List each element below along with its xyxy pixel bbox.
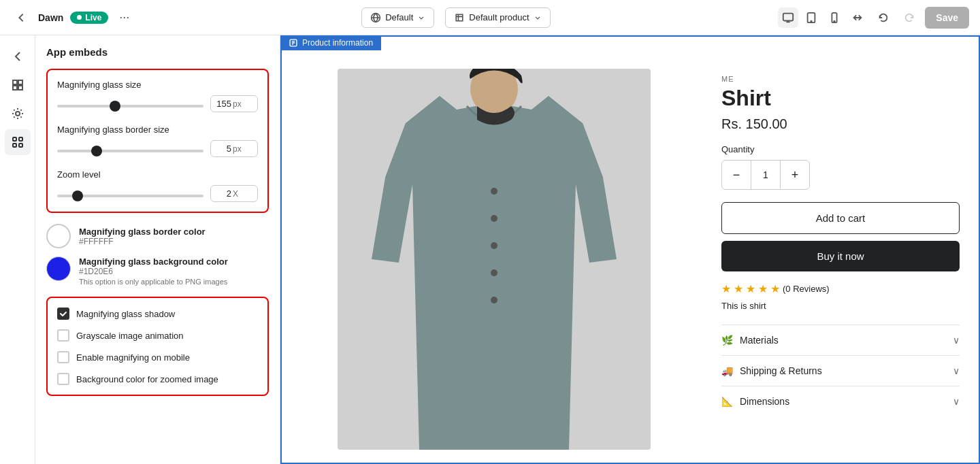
border-size-group: Magnifying glass border size 5 px <box>57 125 258 157</box>
main-layout: App embeds Magnifying glass size 155 px <box>0 35 980 464</box>
accordion-materials-title: 🌿 Materials <box>721 335 779 346</box>
svg-rect-13 <box>13 144 16 147</box>
reviews-count: (0 Reviews) <box>783 284 830 294</box>
color-section: → Magnifying glass border color #FFFFFF … <box>46 224 269 286</box>
svg-point-20 <box>491 269 497 276</box>
svg-rect-12 <box>19 137 22 141</box>
dimensions-chevron: ∨ <box>953 396 960 407</box>
zoomed-bg-checkbox[interactable] <box>57 373 69 385</box>
accordion-shipping[interactable]: 🚚 Shipping & Returns ∨ <box>721 355 960 386</box>
border-size-row: 5 px <box>57 140 258 157</box>
border-color-label: Magnifying glass border color <box>79 227 206 237</box>
undo-button[interactable] <box>873 7 894 28</box>
shadow-checkbox-row[interactable]: Magnifying glass shadow <box>57 308 258 320</box>
accordion-dimensions[interactable]: 📐 Dimensions ∨ <box>721 386 960 416</box>
border-size-value: 5 <box>216 144 231 154</box>
redo-button[interactable] <box>899 7 919 28</box>
store-name: Dawn <box>38 12 63 23</box>
svg-rect-6 <box>13 80 17 84</box>
star-2: ★ <box>734 282 743 295</box>
quantity-section: Quantity − 1 + <box>721 144 960 190</box>
border-color-hex: #FFFFFF <box>79 237 206 246</box>
product-brand: ME <box>721 75 960 83</box>
mobile-icon-btn[interactable] <box>824 7 845 28</box>
buy-now-button[interactable]: Buy it now <box>721 241 960 271</box>
shadow-checkbox[interactable] <box>57 308 69 320</box>
mobile-checkbox[interactable] <box>57 351 69 363</box>
mobile-label: Enable magnifying on mobile <box>76 352 190 363</box>
accordion-shipping-title: 🚚 Shipping & Returns <box>721 365 822 376</box>
tablet-icon-btn[interactable] <box>801 7 821 28</box>
more-button[interactable]: ··· <box>115 7 133 27</box>
magnifying-glass-size-value: 155 <box>216 99 231 109</box>
shipping-chevron: ∨ <box>953 365 960 376</box>
border-size-slider[interactable] <box>57 150 203 152</box>
settings-outlined-section: Magnifying glass size 155 px Magnifying … <box>46 69 269 213</box>
mobile-checkbox-row[interactable]: Enable magnifying on mobile <box>57 351 258 363</box>
settings-icon-btn[interactable] <box>5 101 31 127</box>
svg-rect-1 <box>783 13 793 20</box>
svg-point-5 <box>834 20 835 21</box>
quantity-increase-btn[interactable]: + <box>781 161 809 189</box>
preview-content: ME Shirt Rs. 150.00 Quantity − 1 + Add t… <box>280 35 980 464</box>
grayscale-checkbox-row[interactable]: Grayscale image animation <box>57 329 258 342</box>
product-price: Rs. 150.00 <box>721 116 960 132</box>
apps-icon-btn[interactable] <box>5 129 31 155</box>
border-color-swatch[interactable] <box>46 224 71 248</box>
zoom-level-row: 2 X <box>57 185 258 202</box>
default-theme-dropdown[interactable]: Default <box>361 7 434 28</box>
magnifying-glass-size-row: 155 px <box>57 95 258 112</box>
product-details: ME Shirt Rs. 150.00 Quantity − 1 + Add t… <box>708 54 980 464</box>
zoomed-bg-label: Background color for zoomed image <box>76 374 218 384</box>
back-nav-icon-btn[interactable] <box>5 44 31 69</box>
sections-icon-btn[interactable] <box>5 72 31 98</box>
default-product-label: Default product <box>469 12 529 22</box>
bg-color-swatch[interactable] <box>46 256 71 281</box>
topbar: Dawn Live ··· Default Default product <box>0 0 980 35</box>
svg-point-21 <box>491 297 497 303</box>
preview-area: Product information <box>280 35 980 464</box>
quantity-label: Quantity <box>721 144 960 154</box>
magnifying-glass-size-group: Magnifying glass size 155 px <box>57 80 258 112</box>
save-button[interactable]: Save <box>925 7 969 29</box>
border-size-unit: px <box>233 144 242 154</box>
add-to-cart-button[interactable]: Add to cart <box>721 202 960 234</box>
back-button[interactable] <box>11 7 31 28</box>
resize-icon-btn[interactable] <box>847 7 868 28</box>
materials-icon: 🌿 <box>721 335 733 346</box>
quantity-value: 1 <box>751 161 781 189</box>
default-theme-label: Default <box>385 12 413 22</box>
svg-point-19 <box>491 242 497 249</box>
svg-rect-9 <box>18 86 22 90</box>
accordion-materials[interactable]: 🌿 Materials ∨ <box>721 325 960 355</box>
grayscale-label: Grayscale image animation <box>76 331 184 341</box>
product-info-badge: Product information <box>280 35 381 50</box>
default-product-dropdown[interactable]: Default product <box>445 7 550 28</box>
magnifying-glass-size-slider[interactable] <box>57 105 203 107</box>
zoom-level-unit: X <box>233 189 238 199</box>
bg-color-hex: #1D20E6 <box>79 267 228 276</box>
desktop-icon-btn[interactable] <box>778 7 798 28</box>
grayscale-checkbox[interactable] <box>57 329 69 342</box>
svg-rect-14 <box>19 144 22 147</box>
zoom-level-value: 2 <box>216 188 231 199</box>
svg-rect-11 <box>13 137 16 141</box>
zoom-level-label: Zoom level <box>57 169 258 180</box>
svg-point-18 <box>491 215 497 222</box>
zoom-level-input-wrapper: 2 X <box>210 185 258 202</box>
quantity-decrease-btn[interactable]: − <box>722 161 751 189</box>
sidebar-icons <box>0 35 35 464</box>
dimensions-icon: 📐 <box>721 396 733 407</box>
product-image <box>338 69 651 450</box>
zoomed-bg-checkbox-row[interactable]: Background color for zoomed image <box>57 373 258 385</box>
settings-title: App embeds <box>46 46 269 58</box>
bg-color-info: Magnifying glass background color #1D20E… <box>79 256 228 286</box>
svg-point-10 <box>16 112 20 116</box>
bg-color-row: → Magnifying glass background color #1D2… <box>46 256 269 286</box>
svg-rect-7 <box>18 80 22 84</box>
bg-color-note: This option is only applicable to PNG im… <box>79 278 228 286</box>
magnifying-glass-size-input-wrapper: 155 px <box>210 95 258 112</box>
zoom-level-group: Zoom level 2 X <box>57 169 258 202</box>
reviews-section: ★ ★ ★ ★ ★ (0 Reviews) <box>721 282 960 295</box>
zoom-level-slider[interactable] <box>57 195 203 197</box>
